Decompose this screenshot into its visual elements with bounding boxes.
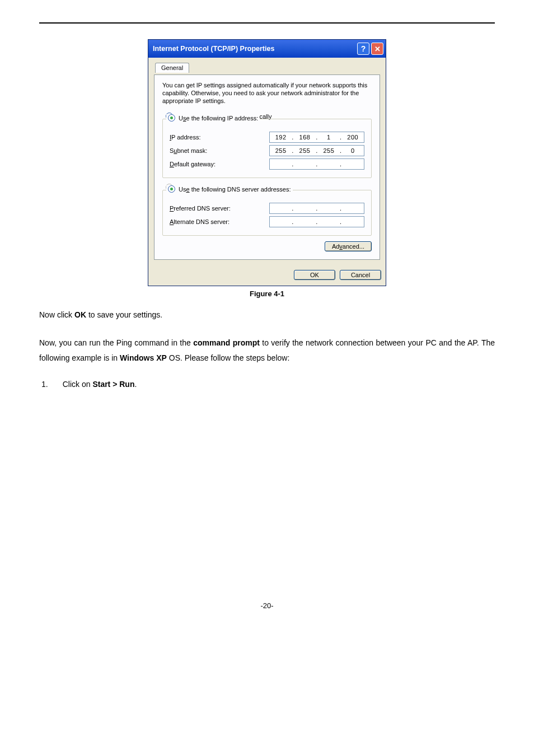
radio-checked-icon [168, 185, 175, 193]
alternate-dns-input[interactable]: . . . [269, 216, 364, 227]
cancel-button[interactable]: Cancel [340, 270, 381, 280]
dns-fieldset: Use the following DNS server addresses: … [162, 190, 372, 236]
tab-panel: You can get IP settings assigned automat… [154, 74, 380, 260]
ok-button[interactable]: OK [294, 270, 335, 280]
advanced-button[interactable]: Advanced... [325, 241, 372, 251]
help-icon[interactable]: ? [357, 43, 369, 55]
subnet-mask-label: Subnet mask: [170, 147, 269, 154]
radio-use-ip[interactable]: Use the following IP address: [166, 114, 260, 122]
dialog-title: Internet Protocol (TCP/IP) Properties [153, 45, 357, 53]
ip-address-label: IP address: [170, 134, 269, 141]
close-icon[interactable]: ✕ [371, 43, 383, 55]
preferred-dns-input[interactable]: . . . [269, 203, 364, 214]
radio-use-dns[interactable]: Use the following DNS server addresses: [166, 185, 293, 193]
ip-fieldset: Use the following IP address: IP address… [162, 119, 372, 178]
page-number: -20- [39, 601, 495, 610]
figure-caption: Figure 4-1 [39, 290, 495, 298]
tcpip-properties-dialog: Internet Protocol (TCP/IP) Properties ? … [148, 39, 386, 286]
instruction-save: Now click OK to save your settings. [39, 309, 495, 321]
default-gateway-label: Default gateway: [170, 161, 269, 167]
ip-address-input[interactable]: 192. 168. 1. 200 [269, 132, 364, 143]
description-text: You can get IP settings assigned automat… [162, 82, 372, 105]
preferred-dns-label: Preferred DNS server: [170, 205, 269, 212]
subnet-mask-input[interactable]: 255. 255. 255. 0 [269, 145, 364, 156]
titlebar: Internet Protocol (TCP/IP) Properties ? … [148, 40, 386, 58]
default-gateway-input[interactable]: . . . [269, 158, 364, 170]
top-divider [39, 22, 495, 24]
instruction-ping: Now, you can run the Ping command in the… [39, 335, 495, 365]
radio-checked-icon [168, 114, 175, 122]
step-1: 1. Click on Start > Run. [41, 380, 495, 389]
tab-general[interactable]: General [155, 63, 189, 73]
alternate-dns-label: Alternate DNS server: [170, 218, 269, 225]
